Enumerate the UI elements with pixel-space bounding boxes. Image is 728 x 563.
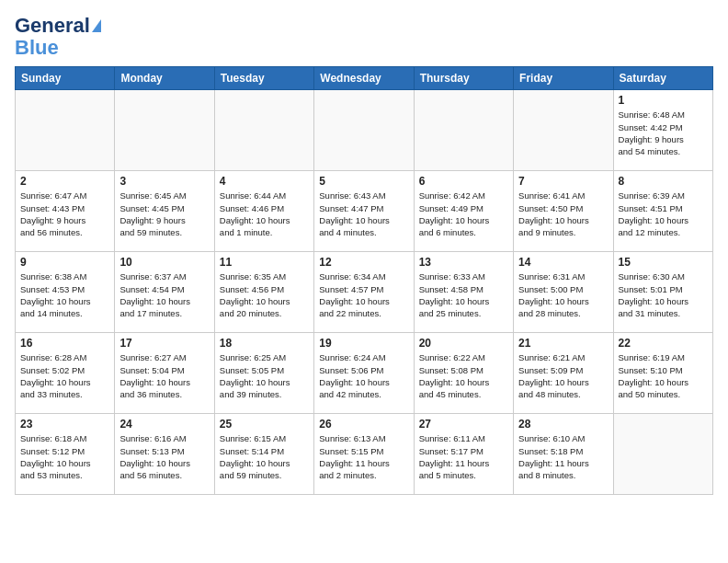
day-info: Sunrise: 6:11 AM Sunset: 5:17 PM Dayligh… [419, 432, 508, 481]
day-number: 6 [419, 175, 508, 188]
day-info: Sunrise: 6:16 AM Sunset: 5:13 PM Dayligh… [119, 432, 209, 481]
calendar-cell: 22Sunrise: 6:19 AM Sunset: 5:10 PM Dayli… [613, 333, 712, 414]
day-info: Sunrise: 6:39 AM Sunset: 4:51 PM Dayligh… [619, 190, 708, 238]
day-number: 1 [619, 94, 708, 107]
day-info: Sunrise: 6:42 AM Sunset: 4:49 PM Dayligh… [419, 190, 508, 238]
day-info: Sunrise: 6:19 AM Sunset: 5:10 PM Dayligh… [619, 351, 708, 400]
calendar-week-4: 23Sunrise: 6:18 AM Sunset: 5:12 PM Dayli… [16, 414, 713, 495]
day-info: Sunrise: 6:44 AM Sunset: 4:46 PM Dayligh… [220, 190, 309, 238]
day-header-friday: Friday [514, 67, 613, 90]
day-info: Sunrise: 6:28 AM Sunset: 5:02 PM Dayligh… [20, 351, 109, 400]
day-number: 8 [619, 175, 708, 188]
calendar-cell: 17Sunrise: 6:27 AM Sunset: 5:04 PM Dayli… [115, 333, 214, 414]
day-info: Sunrise: 6:30 AM Sunset: 5:01 PM Dayligh… [619, 270, 708, 319]
day-info: Sunrise: 6:41 AM Sunset: 4:50 PM Dayligh… [518, 190, 608, 238]
day-info: Sunrise: 6:45 AM Sunset: 4:45 PM Dayligh… [119, 190, 209, 238]
calendar-cell: 10Sunrise: 6:37 AM Sunset: 4:54 PM Dayli… [115, 252, 214, 333]
day-number: 25 [220, 418, 309, 431]
calendar-week-1: 2Sunrise: 6:47 AM Sunset: 4:43 PM Daylig… [16, 171, 713, 252]
logo-triangle-icon [92, 19, 101, 32]
page-header: General Blue [15, 15, 713, 59]
day-info: Sunrise: 6:27 AM Sunset: 5:04 PM Dayligh… [119, 351, 209, 400]
day-info: Sunrise: 6:21 AM Sunset: 5:09 PM Dayligh… [518, 351, 608, 400]
calendar-cell [414, 90, 513, 171]
day-number: 18 [220, 337, 309, 350]
logo-text-general: General [15, 15, 90, 37]
calendar-header-row: SundayMondayTuesdayWednesdayThursdayFrid… [16, 67, 713, 90]
calendar-cell: 19Sunrise: 6:24 AM Sunset: 5:06 PM Dayli… [314, 333, 414, 414]
day-info: Sunrise: 6:43 AM Sunset: 4:47 PM Dayligh… [319, 190, 408, 238]
day-number: 3 [119, 175, 209, 188]
day-number: 17 [119, 337, 209, 350]
day-info: Sunrise: 6:31 AM Sunset: 5:00 PM Dayligh… [518, 270, 608, 319]
day-number: 11 [220, 256, 309, 269]
calendar-cell [16, 90, 115, 171]
day-number: 7 [518, 175, 608, 188]
day-number: 5 [319, 175, 408, 188]
day-number: 9 [20, 256, 109, 269]
calendar-cell: 20Sunrise: 6:22 AM Sunset: 5:08 PM Dayli… [414, 333, 513, 414]
day-info: Sunrise: 6:18 AM Sunset: 5:12 PM Dayligh… [20, 432, 109, 481]
logo: General Blue [15, 15, 101, 59]
calendar-cell: 21Sunrise: 6:21 AM Sunset: 5:09 PM Dayli… [514, 333, 613, 414]
day-header-wednesday: Wednesday [314, 67, 414, 90]
day-info: Sunrise: 6:10 AM Sunset: 5:18 PM Dayligh… [518, 432, 608, 481]
calendar-cell: 9Sunrise: 6:38 AM Sunset: 4:53 PM Daylig… [16, 252, 115, 333]
calendar-cell [115, 90, 214, 171]
calendar-cell: 18Sunrise: 6:25 AM Sunset: 5:05 PM Dayli… [214, 333, 313, 414]
day-info: Sunrise: 6:24 AM Sunset: 5:06 PM Dayligh… [319, 351, 408, 400]
calendar-cell: 15Sunrise: 6:30 AM Sunset: 5:01 PM Dayli… [613, 252, 712, 333]
calendar-cell: 12Sunrise: 6:34 AM Sunset: 4:57 PM Dayli… [314, 252, 414, 333]
calendar-cell: 25Sunrise: 6:15 AM Sunset: 5:14 PM Dayli… [214, 414, 313, 495]
calendar-cell: 2Sunrise: 6:47 AM Sunset: 4:43 PM Daylig… [16, 171, 115, 252]
day-number: 12 [319, 256, 408, 269]
calendar-cell: 8Sunrise: 6:39 AM Sunset: 4:51 PM Daylig… [613, 171, 712, 252]
calendar-cell: 4Sunrise: 6:44 AM Sunset: 4:46 PM Daylig… [214, 171, 313, 252]
day-header-sunday: Sunday [16, 67, 115, 90]
calendar-cell [613, 414, 712, 495]
calendar-week-0: 1Sunrise: 6:48 AM Sunset: 4:42 PM Daylig… [16, 90, 713, 171]
day-info: Sunrise: 6:33 AM Sunset: 4:58 PM Dayligh… [419, 270, 508, 319]
day-info: Sunrise: 6:35 AM Sunset: 4:56 PM Dayligh… [220, 270, 309, 319]
calendar-cell: 14Sunrise: 6:31 AM Sunset: 5:00 PM Dayli… [514, 252, 613, 333]
day-header-monday: Monday [115, 67, 214, 90]
calendar-cell: 28Sunrise: 6:10 AM Sunset: 5:18 PM Dayli… [514, 414, 613, 495]
day-info: Sunrise: 6:22 AM Sunset: 5:08 PM Dayligh… [419, 351, 508, 400]
calendar-cell: 11Sunrise: 6:35 AM Sunset: 4:56 PM Dayli… [214, 252, 313, 333]
calendar-cell: 16Sunrise: 6:28 AM Sunset: 5:02 PM Dayli… [16, 333, 115, 414]
day-info: Sunrise: 6:47 AM Sunset: 4:43 PM Dayligh… [20, 190, 109, 238]
day-number: 4 [220, 175, 309, 188]
calendar-cell [214, 90, 313, 171]
day-header-thursday: Thursday [414, 67, 513, 90]
day-header-saturday: Saturday [613, 67, 712, 90]
day-number: 13 [419, 256, 508, 269]
day-info: Sunrise: 6:15 AM Sunset: 5:14 PM Dayligh… [220, 432, 309, 481]
day-info: Sunrise: 6:34 AM Sunset: 4:57 PM Dayligh… [319, 270, 408, 319]
day-number: 24 [119, 418, 209, 431]
day-number: 19 [319, 337, 408, 350]
day-info: Sunrise: 6:25 AM Sunset: 5:05 PM Dayligh… [220, 351, 309, 400]
day-header-tuesday: Tuesday [214, 67, 313, 90]
calendar-cell: 7Sunrise: 6:41 AM Sunset: 4:50 PM Daylig… [514, 171, 613, 252]
calendar-cell: 13Sunrise: 6:33 AM Sunset: 4:58 PM Dayli… [414, 252, 513, 333]
day-info: Sunrise: 6:38 AM Sunset: 4:53 PM Dayligh… [20, 270, 109, 319]
day-number: 28 [518, 418, 608, 431]
day-number: 23 [20, 418, 109, 431]
calendar-cell: 1Sunrise: 6:48 AM Sunset: 4:42 PM Daylig… [613, 90, 712, 171]
logo-text-blue: Blue [15, 37, 59, 59]
calendar-week-3: 16Sunrise: 6:28 AM Sunset: 5:02 PM Dayli… [16, 333, 713, 414]
day-number: 20 [419, 337, 508, 350]
calendar-week-2: 9Sunrise: 6:38 AM Sunset: 4:53 PM Daylig… [16, 252, 713, 333]
day-number: 22 [619, 337, 708, 350]
calendar-cell: 23Sunrise: 6:18 AM Sunset: 5:12 PM Dayli… [16, 414, 115, 495]
day-info: Sunrise: 6:13 AM Sunset: 5:15 PM Dayligh… [319, 432, 408, 481]
calendar-cell: 6Sunrise: 6:42 AM Sunset: 4:49 PM Daylig… [414, 171, 513, 252]
day-number: 15 [619, 256, 708, 269]
day-number: 16 [20, 337, 109, 350]
day-number: 2 [20, 175, 109, 188]
day-info: Sunrise: 6:48 AM Sunset: 4:42 PM Dayligh… [619, 109, 708, 157]
day-info: Sunrise: 6:37 AM Sunset: 4:54 PM Dayligh… [119, 270, 209, 319]
day-number: 14 [518, 256, 608, 269]
calendar-cell: 26Sunrise: 6:13 AM Sunset: 5:15 PM Dayli… [314, 414, 414, 495]
day-number: 27 [419, 418, 508, 431]
